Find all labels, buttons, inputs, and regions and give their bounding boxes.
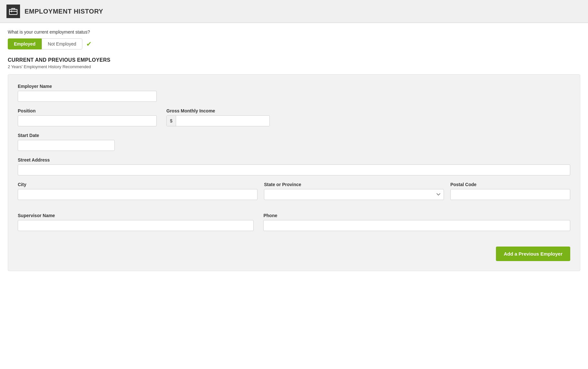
employers-section-subtitle: 2 Years' Employment History Recommended bbox=[8, 64, 580, 69]
city-state-postal-row: City State or Province Postal Code bbox=[18, 182, 570, 206]
position-income-row: Position Gross Monthly Income $ bbox=[18, 108, 570, 133]
employment-history-icon bbox=[6, 5, 20, 18]
not-employed-button[interactable]: Not Employed bbox=[42, 38, 82, 49]
page-title: EMPLOYMENT HISTORY bbox=[25, 8, 103, 15]
supervisor-name-input[interactable] bbox=[18, 220, 254, 231]
main-content: What is your current employment status? … bbox=[0, 23, 588, 284]
add-employer-button-row: Add a Previous Employer bbox=[18, 245, 570, 261]
state-group: State or Province bbox=[264, 182, 444, 200]
employed-button[interactable]: Employed bbox=[8, 38, 42, 49]
start-date-group: Start Date bbox=[18, 133, 570, 151]
state-label: State or Province bbox=[264, 182, 444, 187]
start-date-input[interactable] bbox=[18, 140, 115, 151]
employers-section-title: CURRENT AND PREVIOUS EMPLOYERS bbox=[8, 57, 580, 63]
dollar-sign: $ bbox=[167, 116, 176, 126]
postal-code-group: Postal Code bbox=[450, 182, 570, 200]
employment-status-toggle: Employed Not Employed ✔ bbox=[8, 38, 580, 49]
phone-group: Phone bbox=[263, 213, 570, 231]
employer-name-input[interactable] bbox=[18, 91, 157, 102]
street-address-group: Street Address bbox=[18, 157, 570, 175]
position-input[interactable] bbox=[18, 115, 157, 126]
phone-label: Phone bbox=[263, 213, 570, 218]
svg-rect-0 bbox=[9, 9, 17, 15]
check-icon: ✔ bbox=[86, 40, 92, 48]
page-header: EMPLOYMENT HISTORY bbox=[0, 0, 588, 23]
gross-monthly-income-group: Gross Monthly Income $ bbox=[166, 108, 270, 126]
phone-input[interactable] bbox=[263, 220, 570, 231]
employer-form-box: Employer Name Position Gross Monthly Inc… bbox=[8, 74, 580, 271]
add-previous-employer-button[interactable]: Add a Previous Employer bbox=[496, 247, 570, 261]
postal-code-input[interactable] bbox=[450, 189, 570, 200]
start-date-label: Start Date bbox=[18, 133, 570, 138]
gross-monthly-income-label: Gross Monthly Income bbox=[166, 108, 270, 113]
city-input[interactable] bbox=[18, 189, 257, 200]
position-group: Position bbox=[18, 108, 157, 126]
street-address-label: Street Address bbox=[18, 157, 570, 163]
city-label: City bbox=[18, 182, 257, 187]
street-address-input[interactable] bbox=[18, 164, 570, 175]
gross-income-wrapper: $ bbox=[166, 115, 270, 126]
supervisor-phone-row: Supervisor Name Phone bbox=[18, 213, 570, 237]
city-group: City bbox=[18, 182, 257, 200]
postal-code-label: Postal Code bbox=[450, 182, 570, 187]
employer-name-group: Employer Name bbox=[18, 84, 570, 102]
gross-monthly-income-input[interactable] bbox=[176, 116, 269, 126]
state-select[interactable] bbox=[264, 189, 444, 200]
employment-status-question: What is your current employment status? bbox=[8, 29, 580, 35]
position-label: Position bbox=[18, 108, 157, 113]
employer-name-label: Employer Name bbox=[18, 84, 570, 89]
supervisor-name-group: Supervisor Name bbox=[18, 213, 254, 231]
supervisor-name-label: Supervisor Name bbox=[18, 213, 254, 218]
